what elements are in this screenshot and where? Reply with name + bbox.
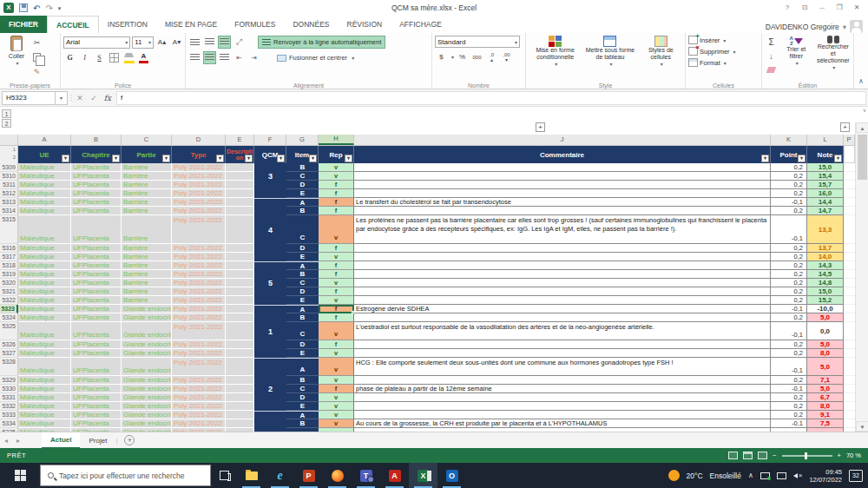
cell-note[interactable]: 14,8 <box>807 279 844 287</box>
cell-item[interactable]: D <box>286 181 319 189</box>
header-item[interactable]: Item <box>286 146 319 163</box>
cell-rep[interactable]: f <box>319 261 354 270</box>
column-header-j[interactable]: J <box>354 135 771 145</box>
name-box[interactable]: H5323 <box>2 91 56 105</box>
cell-ue[interactable]: Maïeutique <box>18 349 71 358</box>
conditional-formatting-button[interactable]: Mise en forme conditionnelle <box>529 36 582 79</box>
scrollbar-thumb[interactable] <box>858 135 867 180</box>
cell-chapitre[interactable]: UFPlacenta <box>71 296 122 305</box>
align-left-icon[interactable] <box>188 51 201 64</box>
cell-partie[interactable]: Barrière <box>122 244 172 253</box>
cell-point[interactable]: 0,2 <box>771 402 807 411</box>
cell-type[interactable]: Poly 2021-2022 <box>172 198 226 207</box>
filter-icon[interactable] <box>162 155 170 162</box>
cell-rep[interactable]: v <box>319 358 354 376</box>
cell-partie[interactable]: Glande endocrine <box>122 393 172 402</box>
cell-commentaire[interactable] <box>354 261 771 270</box>
cell-note[interactable]: 13,7 <box>807 244 844 253</box>
cell-empty-p[interactable] <box>844 349 855 358</box>
cell-partie[interactable]: Barrière <box>122 215 172 244</box>
taskbar-explorer-button[interactable] <box>237 463 266 488</box>
cell-item[interactable]: D <box>286 244 319 253</box>
task-view-button[interactable] <box>211 463 237 488</box>
cell-description[interactable] <box>226 172 254 181</box>
decrease-indent-icon[interactable] <box>233 51 246 64</box>
cell-partie[interactable]: Barrière <box>122 270 172 279</box>
cell-ue[interactable]: Maïeutique <box>18 163 71 172</box>
redo-icon[interactable] <box>45 3 52 13</box>
cell-empty-p[interactable] <box>844 215 855 244</box>
cell-item[interactable]: D <box>286 340 319 349</box>
cell-empty-p[interactable] <box>844 261 855 270</box>
header-partie[interactable]: Partie <box>122 146 172 163</box>
formula-bar-expand-icon[interactable] <box>863 108 866 114</box>
tab-insertion[interactable]: INSERTION <box>99 16 156 33</box>
header-description[interactable]: Description <box>226 146 254 163</box>
cell-ue[interactable]: Maïeutique <box>18 296 71 305</box>
row-number[interactable]: 5310 <box>0 172 18 181</box>
sheet-nav-right-icon[interactable]: ▸ <box>12 437 24 445</box>
cell-item[interactable]: A <box>286 411 319 419</box>
cell-rep[interactable]: f <box>319 189 354 198</box>
cell-empty-p[interactable] <box>844 305 855 313</box>
restore-button[interactable] <box>832 2 847 14</box>
cell-qcm[interactable] <box>254 340 286 349</box>
cell-chapitre[interactable]: UFPlacenta <box>71 305 122 313</box>
cell-point[interactable]: -0,1 <box>771 215 807 244</box>
cell-point[interactable]: 0,2 <box>771 253 807 261</box>
taskbar-firefox-button[interactable] <box>323 463 352 488</box>
cell-empty-p[interactable] <box>844 189 855 198</box>
column-header-a[interactable]: A <box>18 135 71 145</box>
cell-description[interactable] <box>226 340 254 349</box>
cell-partie[interactable]: Barrière <box>122 287 172 296</box>
tab-mise-en-page[interactable]: MISE EN PAGE <box>156 16 226 33</box>
cell-item[interactable]: A <box>286 305 319 313</box>
cell-description[interactable] <box>226 313 254 322</box>
row-number[interactable]: 5321 <box>0 287 18 296</box>
column-group-expand-right-icon[interactable] <box>840 122 850 132</box>
comma-style-button[interactable]: 000 <box>470 50 483 63</box>
cell-item[interactable]: E <box>286 349 319 358</box>
cell-chapitre[interactable]: UFPlacenta <box>71 313 122 322</box>
cell-note[interactable]: -10,0 <box>807 305 844 313</box>
cell-description[interactable] <box>226 322 254 340</box>
cell-commentaire[interactable] <box>354 287 771 296</box>
cell-ue[interactable]: Maïeutique <box>18 313 71 322</box>
cell-point[interactable]: 0,2 <box>771 270 807 279</box>
cell-commentaire[interactable] <box>354 393 771 402</box>
cell-description[interactable] <box>226 305 254 313</box>
cell-note[interactable]: 15,4 <box>807 172 844 181</box>
cell-partie[interactable]: Glande endocrine <box>122 305 172 313</box>
cell-ue[interactable]: Maïeutique <box>18 189 71 198</box>
cell-ue[interactable]: Maïeutique <box>18 402 71 411</box>
cell-point[interactable]: -0,1 <box>771 305 807 313</box>
row-number[interactable]: 5315 <box>0 215 18 244</box>
cell-empty-p[interactable] <box>844 340 855 349</box>
cell-chapitre[interactable]: UFPlacenta <box>71 322 122 340</box>
cell-description[interactable] <box>226 279 254 287</box>
cell-partie[interactable]: Barrière <box>122 198 172 207</box>
cell-ue[interactable]: Maïeutique <box>18 215 71 244</box>
cell-note[interactable]: 13,3 <box>807 215 844 244</box>
cell-commentaire[interactable] <box>354 296 771 305</box>
cell-partie[interactable]: Barrière <box>122 279 172 287</box>
cell-description[interactable] <box>226 163 254 172</box>
filter-icon[interactable] <box>112 155 120 162</box>
cell-qcm[interactable] <box>254 253 286 261</box>
cell-partie[interactable]: Glande endocrine <box>122 402 172 411</box>
cell-description[interactable] <box>226 261 254 270</box>
cell-empty-p[interactable] <box>844 385 855 393</box>
cell-chapitre[interactable]: UFPlacenta <box>71 163 122 172</box>
column-header-g[interactable]: G <box>286 135 319 145</box>
cell-partie[interactable]: Glande endocrine <box>122 349 172 358</box>
cell-partie[interactable]: Barrière <box>122 296 172 305</box>
cell-description[interactable] <box>226 376 254 385</box>
row-number[interactable]: 5319 <box>0 270 18 279</box>
cell-qcm[interactable] <box>254 287 286 296</box>
cell-rep[interactable]: v <box>319 411 354 419</box>
network-icon[interactable] <box>777 472 786 479</box>
row-number[interactable]: 5317 <box>0 253 18 261</box>
row-number[interactable]: 5320 <box>0 279 18 287</box>
cell-chapitre[interactable]: UFPlacenta <box>71 287 122 296</box>
cell-rep[interactable]: v <box>319 376 354 385</box>
